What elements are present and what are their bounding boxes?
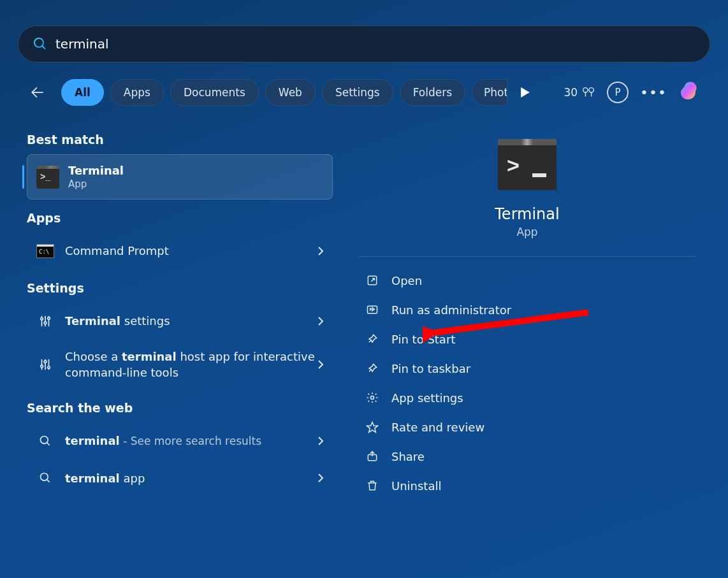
copilot-button[interactable] [678,80,703,105]
rewards-count: 30 [564,86,578,99]
search-input[interactable] [55,36,695,52]
results-pane: Best match >_ Terminal App Apps C:\ Comm… [27,121,333,496]
web-heading: Search the web [27,401,333,415]
gear-icon [363,391,381,405]
svg-point-5 [589,88,593,92]
profile-button[interactable]: P [607,82,629,103]
apps-heading: Apps [27,211,333,225]
action-open[interactable]: Open [358,266,696,295]
chip-label: Web [279,86,302,99]
action-run-as-admin[interactable]: Run as administrator [358,295,696,324]
chevron-right-icon [317,473,324,483]
settings-icon [36,312,55,331]
chip-label: All [75,86,91,99]
filter-apps[interactable]: Apps [110,79,164,106]
search-icon [36,468,55,488]
star-icon [363,420,381,434]
action-label: Pin to taskbar [391,362,470,375]
best-match-heading: Best match [27,133,333,147]
terminal-icon: > [498,139,557,190]
action-label: Share [391,450,425,463]
svg-marker-19 [367,423,378,433]
command-prompt-icon: C:\ [36,242,55,261]
action-share[interactable]: Share [358,442,696,471]
svg-line-1 [42,46,45,49]
svg-point-4 [583,88,588,92]
svg-marker-3 [521,87,530,98]
rewards-icon [581,85,595,99]
chip-label: Settings [335,86,380,99]
svg-point-0 [34,38,43,47]
filters-overflow-button[interactable] [514,81,537,104]
action-label: Open [391,274,422,287]
filter-photos[interactable]: Photos [472,79,507,106]
settings-heading: Settings [27,281,333,295]
back-button[interactable] [25,80,50,105]
open-icon [363,273,381,287]
search-bar [18,25,710,62]
chip-label: Apps [124,86,150,99]
result-label: terminal app [65,470,317,486]
action-label: App settings [391,391,463,405]
terminal-icon: >_ [36,166,59,189]
svg-point-9 [41,365,43,368]
result-command-prompt[interactable]: C:\ Command Prompt [27,233,333,270]
result-web-terminal-app[interactable]: terminal app [27,459,333,496]
action-label: Run as administrator [391,303,511,317]
result-label: terminal - See more search results [65,433,317,449]
result-web-terminal[interactable]: terminal - See more search results [27,423,333,459]
svg-point-18 [371,396,374,400]
filter-row: All Apps Documents Web Settings Folders … [25,76,703,108]
search-icon [33,36,48,52]
svg-point-8 [48,317,50,320]
detail-pane: > Terminal App Open Run as administrator… [344,121,710,578]
svg-point-10 [44,361,47,363]
svg-line-15 [47,480,50,482]
chevron-right-icon [317,246,324,256]
action-label: Rate and review [391,421,484,434]
action-label: Pin to Start [391,333,455,346]
filter-settings[interactable]: Settings [322,79,393,106]
filter-documents[interactable]: Documents [170,79,259,106]
action-pin-to-start[interactable]: Pin to Start [358,324,696,354]
more-button[interactable]: ••• [640,85,667,101]
chip-label: Folders [413,86,452,99]
svg-line-13 [47,443,50,445]
action-uninstall[interactable]: Uninstall [358,471,696,500]
chip-label: Documents [184,86,245,99]
chevron-right-icon [317,359,324,370]
filter-all[interactable]: All [61,79,104,106]
result-label: Choose a terminal host app for interacti… [65,349,317,380]
pin-icon [363,332,381,346]
profile-initial: P [615,87,621,98]
best-match-title: Terminal [68,164,124,177]
search-icon [36,431,55,451]
svg-point-11 [48,366,50,369]
action-label: Uninstall [391,479,441,493]
detail-subtitle: App [516,226,537,238]
filter-web[interactable]: Web [265,79,316,106]
action-rate-review[interactable]: Rate and review [358,412,696,442]
share-icon [363,449,381,463]
best-match-result[interactable]: >_ Terminal App [27,154,333,199]
result-label: Command Prompt [65,243,317,259]
shield-icon [363,303,381,317]
action-app-settings[interactable]: App settings [358,383,696,412]
settings-icon [36,355,55,374]
svg-point-12 [41,437,48,444]
chip-label: Photos [484,86,507,99]
result-terminal-settings[interactable]: Terminal settings [27,303,333,340]
svg-point-14 [41,473,48,481]
pin-icon [363,361,381,375]
trash-icon [363,479,381,493]
svg-point-7 [44,322,47,324]
filter-folders[interactable]: Folders [400,79,465,106]
chevron-right-icon [317,316,324,326]
svg-point-6 [41,318,43,321]
result-terminal-host[interactable]: Choose a terminal host app for interacti… [27,340,333,389]
detail-title: Terminal [495,205,559,223]
rewards-button[interactable]: 30 [564,85,595,99]
chevron-right-icon [317,436,324,446]
result-label: Terminal settings [65,313,317,329]
action-pin-to-taskbar[interactable]: Pin to taskbar [358,354,696,383]
